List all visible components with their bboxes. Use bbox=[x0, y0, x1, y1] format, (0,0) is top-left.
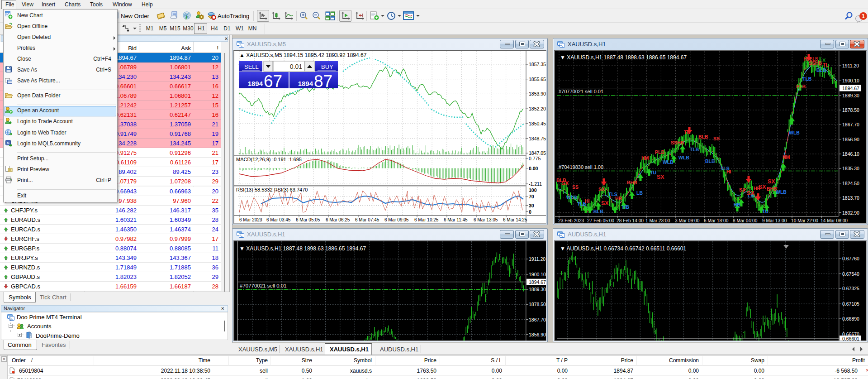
svg-text:1802.90: 1802.90 bbox=[842, 210, 859, 216]
svg-text:SX: SX bbox=[561, 180, 569, 187]
svg-text:TU: TU bbox=[650, 170, 656, 175]
svg-text:1857.35: 1857.35 bbox=[529, 62, 546, 67]
svg-text:MACD(12,26,9) -0.191 -1.695: MACD(12,26,9) -0.191 -1.695 bbox=[236, 157, 302, 162]
svg-text:28 Feb 14:00: 28 Feb 14:00 bbox=[617, 218, 644, 223]
svg-text:14 Mar 08:00: 14 Mar 08:00 bbox=[821, 218, 848, 223]
svg-text:HI: HI bbox=[585, 198, 590, 204]
svg-text:1 Mar 23:00: 1 Mar 23:00 bbox=[645, 218, 670, 223]
svg-text:1894.67: 1894.67 bbox=[529, 279, 546, 285]
svg-text:0.00: 0.00 bbox=[529, 166, 538, 171]
svg-text:23 Feb 2023: 23 Feb 2023 bbox=[558, 218, 584, 223]
svg-text:SS: SS bbox=[713, 136, 720, 141]
svg-text:HR: HR bbox=[615, 196, 622, 201]
svg-text:6 Mar 18:00: 6 Mar 18:00 bbox=[704, 218, 729, 223]
svg-text:WLB: WLB bbox=[678, 155, 689, 160]
svg-text:1847.05: 1847.05 bbox=[529, 150, 546, 156]
svg-text:8 Mar 04:00: 8 Mar 04:00 bbox=[733, 218, 758, 223]
svg-text:PLB: PLB bbox=[796, 84, 806, 89]
svg-text:6 Mar 10:25: 6 Mar 10:25 bbox=[414, 217, 439, 222]
svg-text:1911.20: 1911.20 bbox=[529, 256, 545, 262]
svg-text:BLB: BLB bbox=[705, 158, 715, 164]
svg-text:▲ XAUUSD.s,M5 1894.15 1895.42: ▲ XAUUSD.s,M5 1894.15 1895.42 1893.92 18… bbox=[239, 52, 367, 58]
svg-text:0: 0 bbox=[529, 209, 531, 215]
svg-text:SX: SX bbox=[601, 200, 609, 206]
svg-text:1900.10: 1900.10 bbox=[842, 78, 859, 83]
svg-text:1878.50: 1878.50 bbox=[842, 107, 859, 113]
svg-text:SX: SX bbox=[759, 184, 766, 190]
svg-text:▼ AUDUSD.s,H1 0.66734 0.66742: ▼ AUDUSD.s,H1 0.66734 0.66742 0.66511 0.… bbox=[560, 245, 687, 252]
svg-text:6 Mar 05:05: 6 Mar 05:05 bbox=[296, 217, 320, 222]
svg-text:▼ XAUUSD.s,H1 1887.48 1898.63: ▼ XAUUSD.s,H1 1887.48 1898.63 1886.65 18… bbox=[239, 245, 366, 252]
svg-text:6 Mar 14:25: 6 Mar 14:25 bbox=[503, 217, 527, 222]
svg-text:TU: TU bbox=[762, 209, 768, 214]
svg-text:0.775: 0.775 bbox=[529, 156, 541, 161]
svg-text:1894.67: 1894.67 bbox=[842, 86, 859, 91]
svg-text:6 Mar 11:45: 6 Mar 11:45 bbox=[444, 217, 468, 222]
svg-text:-1.211: -1.211 bbox=[529, 181, 542, 187]
svg-text:0.67325: 0.67325 bbox=[842, 286, 859, 291]
svg-text:BHB: BHB bbox=[627, 180, 637, 185]
svg-text:1878.50: 1878.50 bbox=[529, 302, 546, 307]
svg-text:RSI(13) 58.5332 RSI(3) 63.747: RSI(13) 58.5332 RSI(3) 63.7470 bbox=[236, 187, 308, 192]
svg-text:TLB: TLB bbox=[802, 76, 812, 82]
svg-text:0.66890: 0.66890 bbox=[842, 316, 859, 321]
svg-text:#70770021 sell 0.01: #70770021 sell 0.01 bbox=[559, 89, 603, 94]
svg-text:1856.90: 1856.90 bbox=[842, 137, 859, 142]
svg-text:3 Mar 09:00: 3 Mar 09:00 bbox=[675, 218, 700, 223]
svg-text:1852.20: 1852.20 bbox=[529, 106, 546, 111]
svg-text:BLB: BLB bbox=[816, 67, 826, 73]
svg-text:1894: 1894 bbox=[248, 80, 263, 87]
svg-text:30: 30 bbox=[529, 203, 534, 208]
svg-text:1846.10: 1846.10 bbox=[842, 151, 859, 157]
svg-text:SX: SX bbox=[768, 178, 775, 185]
svg-text:#70419830 sell 1.00: #70419830 sell 1.00 bbox=[559, 164, 603, 170]
svg-text:SELL: SELL bbox=[244, 63, 259, 70]
svg-text:LX: LX bbox=[820, 58, 826, 63]
svg-text:SX: SX bbox=[657, 174, 664, 180]
svg-text:PLB: PLB bbox=[655, 149, 664, 155]
svg-text:WLB: WLB bbox=[776, 189, 787, 195]
svg-text:1856.90: 1856.90 bbox=[529, 332, 546, 337]
svg-text:BUY: BUY bbox=[321, 63, 333, 70]
svg-text:SSHB: SSHB bbox=[671, 140, 684, 145]
svg-text:▼ XAUUSD.s,H1 1887.48 1898.63: ▼ XAUUSD.s,H1 1887.48 1898.63 1886.65 18… bbox=[560, 54, 687, 61]
svg-text:9 Mar 13:00: 9 Mar 13:00 bbox=[762, 218, 787, 223]
svg-text:0.67105: 0.67105 bbox=[842, 301, 859, 307]
svg-text:SX: SX bbox=[739, 187, 745, 192]
svg-text:SX: SX bbox=[598, 187, 605, 192]
svg-text:1900.10: 1900.10 bbox=[529, 272, 546, 277]
svg-text:6 Mar 07:45: 6 Mar 07:45 bbox=[355, 217, 379, 222]
svg-text:1848.75: 1848.75 bbox=[529, 136, 546, 141]
svg-text:#70770021 sell 0.01: #70770021 sell 0.01 bbox=[240, 283, 287, 288]
svg-text:1824.50: 1824.50 bbox=[842, 181, 859, 186]
svg-text:HI BLB: HI BLB bbox=[804, 57, 818, 62]
svg-text:6 Mar 13:05: 6 Mar 13:05 bbox=[474, 217, 498, 222]
svg-text:HB: HB bbox=[734, 202, 741, 207]
svg-text:0.67540: 0.67540 bbox=[842, 271, 859, 277]
svg-text:1867.70: 1867.70 bbox=[529, 317, 546, 322]
svg-text:BLB: BLB bbox=[698, 134, 708, 139]
svg-text:1911.20: 1911.20 bbox=[842, 63, 859, 68]
svg-text:1889.30: 1889.30 bbox=[529, 287, 546, 292]
svg-text:SX: SX bbox=[747, 190, 754, 197]
svg-text:67: 67 bbox=[264, 72, 282, 91]
svg-text:HI: HI bbox=[726, 169, 731, 174]
svg-text:S: S bbox=[7, 141, 9, 145]
svg-text:SS: SS bbox=[572, 184, 579, 190]
svg-text:0.01: 0.01 bbox=[290, 63, 302, 70]
svg-text:6 Mar 03:45: 6 Mar 03:45 bbox=[266, 217, 291, 222]
svg-text:6 Mar 2023: 6 Mar 2023 bbox=[239, 217, 262, 222]
svg-text:6 Mar 09:05: 6 Mar 09:05 bbox=[384, 217, 409, 222]
svg-text:HM: HM bbox=[641, 155, 649, 161]
svg-text:HB: HB bbox=[622, 204, 630, 210]
svg-text:70: 70 bbox=[529, 194, 534, 199]
svg-text:1889.30: 1889.30 bbox=[842, 93, 859, 98]
svg-text:1855.65: 1855.65 bbox=[529, 77, 546, 82]
svg-text:HM: HM bbox=[783, 154, 790, 160]
svg-text:1894: 1894 bbox=[298, 80, 313, 87]
svg-text:WLB: WLB bbox=[789, 130, 800, 135]
svg-text:6 Mar 06:25: 6 Mar 06:25 bbox=[326, 217, 350, 222]
svg-text:BLB: BLB bbox=[593, 209, 603, 214]
svg-text:1835.30: 1835.30 bbox=[842, 166, 859, 171]
svg-text:1: 1 bbox=[862, 13, 865, 19]
